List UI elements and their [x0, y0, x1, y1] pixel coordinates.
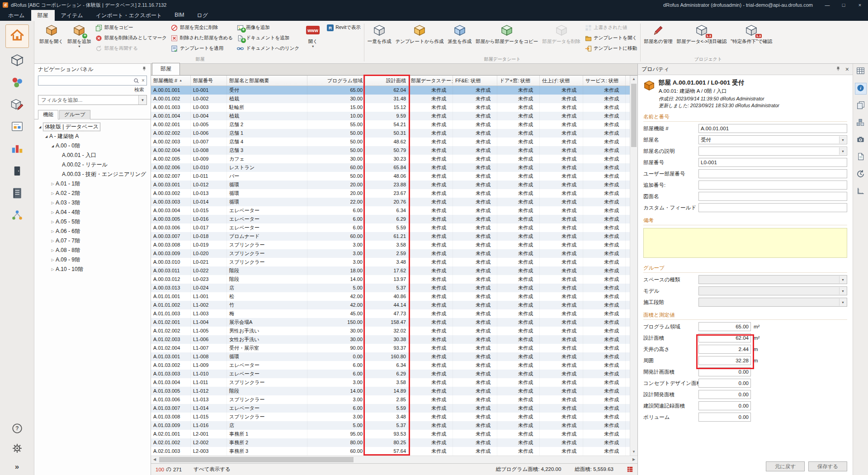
volume-field[interactable]: 0.00 — [698, 413, 751, 422]
table-row[interactable]: A.01.02.004L1-007受付・展示室90.0093.37未作成未作成未… — [151, 344, 630, 352]
table-row[interactable]: A.00.01.004L0-004植栽10.009.59未作成未作成未作成未作成… — [151, 112, 630, 120]
vertical-scrollbar[interactable]: ▲ ▼ — [630, 76, 637, 456]
tree-item[interactable]: ▷A.10 - 10階 — [34, 265, 151, 274]
tree-item[interactable]: ◢A - 建築物 A — [34, 132, 151, 141]
custom-field-field[interactable] — [698, 203, 847, 212]
ribbon-show-in-revit-button[interactable]: RRevitで表示 — [325, 23, 363, 33]
sidebar-item-collapse[interactable]: » — [15, 462, 19, 471]
table-row[interactable]: A.00.02.007L0-011バー50.0048.06未作成未作成未作成未作… — [151, 172, 630, 180]
tree-expander-icon[interactable]: ▷ — [50, 201, 56, 205]
table-row[interactable]: A.02.01.002L2-002事務所 280.0080.25未作成未作成未作… — [151, 438, 630, 447]
ribbon-room-data-item-check-button[interactable]: 1.3部屋データ<->項目確認 — [675, 22, 729, 56]
tab-rooms[interactable]: 部屋 — [152, 63, 180, 75]
tree-item[interactable]: ◢A.00 - 0階 — [34, 141, 151, 151]
ceiling-height-field[interactable]: 2.44 — [698, 345, 751, 354]
vertical-scroll-thumb[interactable] — [631, 84, 637, 147]
user-room-number-field[interactable] — [698, 169, 847, 178]
close-panel-icon[interactable]: × — [845, 66, 849, 72]
tree-expander-icon[interactable]: ▷ — [50, 191, 56, 195]
model-field[interactable]: ▼ — [698, 286, 847, 295]
drawing-name-field[interactable] — [698, 192, 847, 201]
sidebar-item-relations[interactable] — [7, 207, 27, 225]
table-row[interactable]: A.00.03.003L0-014循環22.0020.76未作成未作成未作成未作… — [151, 198, 630, 206]
ribbon-link-to-document-button[interactable]: ドキュメントへのリンク — [235, 43, 301, 53]
additional-number-field[interactable] — [698, 180, 847, 190]
table-row[interactable]: A.00.01.002L0-002植栽30.0031.48未作成未作成未作成未作… — [151, 95, 630, 103]
room-name-description-field[interactable]: ▼ — [698, 147, 847, 156]
menu-tab-items[interactable]: アイテム — [55, 10, 90, 21]
table-row[interactable]: A.01.01.001L1-001松42.0040.86未作成未作成未作成未作成… — [151, 292, 630, 301]
tree-item[interactable]: ▷A.08 - 8階 — [34, 246, 151, 255]
nav-tab-functions[interactable]: 機能 — [38, 110, 58, 119]
table-row[interactable]: A.02.01.001L2-001事務所 195.0093.53未作成未作成未作… — [151, 430, 630, 438]
sidebar-item-items[interactable] — [7, 74, 27, 92]
table-row[interactable]: A.01.03.005L1-012階段14.0014.89未作成未作成未作成未作… — [151, 387, 630, 395]
ribbon-open-template-button[interactable]: テンプレートを開く — [583, 33, 639, 43]
tree-expander-icon[interactable]: ▷ — [50, 248, 56, 252]
table-row[interactable]: A.00.03.002L0-013循環20.0023.67未作成未作成未作成未作… — [151, 189, 630, 198]
tree-item[interactable]: ◢体験版 | データベース — [34, 122, 151, 132]
horizontal-scroll-thumb[interactable] — [159, 457, 354, 462]
tree-item[interactable]: ▷A.04 - 4階 — [34, 208, 151, 217]
scroll-left-icon[interactable]: ◀ — [151, 456, 158, 463]
column-header-room-data-status[interactable]: 部屋データステータス — [409, 76, 453, 86]
horizontal-scrollbar[interactable]: ◀ ▶ — [151, 456, 637, 463]
table-row[interactable]: A.01.02.002L1-005男性お手洗い30.0032.02未作成未作成未… — [151, 327, 630, 335]
ribbon-create-derived-button[interactable]: 派生を作成 — [446, 22, 473, 56]
column-header-room-number[interactable]: 部屋番号 — [191, 76, 227, 86]
sidebar-item-reports[interactable] — [7, 185, 27, 203]
tree-expander-icon[interactable]: ▷ — [50, 220, 56, 224]
tree-expander-icon[interactable]: ◢ — [43, 135, 49, 138]
tree-item[interactable]: ▷A.07 - 7階 — [34, 236, 151, 246]
table-row[interactable]: A.01.01.003L1-003梅45.0047.73未作成未作成未作成未作成… — [151, 309, 630, 318]
ribbon-move-to-template-button[interactable]: テンプレートに移動 — [583, 43, 639, 53]
column-header-room-name[interactable]: 部屋名と部屋概要 — [227, 76, 307, 86]
nav-tab-groups[interactable]: グループ — [59, 110, 90, 119]
column-header-doors-windows-status[interactable]: ドア+窓: 状態 — [497, 76, 540, 86]
table-row[interactable]: A.00.01.001L0-001受付65.0062.04未作成未作成未作成未作… — [151, 86, 630, 95]
ribbon-specific-conditions-check-button[interactable]: 1.3"特定条件下"で確認 — [729, 22, 774, 56]
notes-field[interactable] — [643, 228, 847, 258]
tree-item[interactable]: A.00.02 - リテール — [34, 160, 151, 170]
table-row[interactable]: A.00.03.004L0-015エレベーター6.006.34未作成未作成未作成… — [151, 206, 630, 215]
development-plan-area-field[interactable]: 0.00 — [698, 367, 751, 376]
sidebar-item-home[interactable] — [5, 24, 29, 48]
ribbon-open-web-button[interactable]: www開く▼ — [302, 22, 324, 56]
tree-expander-icon[interactable]: ▷ — [50, 267, 56, 271]
ribbon-mark-room-deleted-button[interactable]: 部屋を削除済みとしてマーク — [94, 33, 169, 43]
tree-item[interactable]: ▷A.09 - 9階 — [34, 255, 151, 265]
table-row[interactable]: A.00.02.003L0-007店舗 450.0048.62未作成未作成未作成… — [151, 138, 630, 146]
column-header-services-status[interactable]: サービス: 状態 — [583, 76, 626, 86]
sidebar-item-rooms[interactable] — [7, 52, 27, 70]
column-header-room-function-number[interactable]: 部屋機能 #▲ — [151, 76, 191, 86]
column-header-ffe-status[interactable]: FF&E: 状態 — [453, 76, 497, 86]
table-row[interactable]: A.02.01.003L2-003事務所 360.0057.64未作成未作成未作… — [151, 447, 630, 456]
table-row[interactable]: A.00.03.011L0-022階段18.0017.62未作成未作成未作成未作… — [151, 266, 630, 275]
table-row[interactable]: A.00.02.001L0-005店舗 255.0054.21未作成未作成未作成… — [151, 120, 630, 129]
minimize-button[interactable]: — — [819, 0, 835, 10]
construction-stage-field[interactable]: ▼ — [698, 298, 847, 307]
menu-tab-rooms[interactable]: 部屋 — [31, 10, 55, 21]
table-row[interactable]: A.00.03.013L0-024店5.005.37未作成未作成未作成未作成未作… — [151, 284, 630, 292]
table-row[interactable]: A.01.01.002L1-002竹42.0044.14未作成未作成未作成未作成… — [151, 301, 630, 309]
tree-item[interactable]: ▷A.06 - 6階 — [34, 227, 151, 236]
panel-item-history[interactable] — [855, 169, 867, 180]
ribbon-copy-room-button[interactable]: 部屋をコピー — [94, 23, 169, 33]
tree-expander-icon[interactable]: ◢ — [37, 125, 43, 129]
programmed-area-field[interactable]: 65.00 — [698, 322, 751, 331]
ribbon-manage-room-names-button[interactable]: 部屋名の管理 — [642, 22, 674, 56]
perimeter-field[interactable]: 32.28 — [698, 356, 751, 365]
scroll-right-icon[interactable]: ▶ — [630, 456, 637, 463]
ribbon-create-unique-button[interactable]: 一意を作成 — [366, 22, 393, 56]
table-row[interactable]: A.00.03.009L0-020スプリンクラー3.002.59未作成未作成未作… — [151, 249, 630, 258]
table-row[interactable]: A.01.03.003L1-010エレベーター6.006.29未作成未作成未作成… — [151, 370, 630, 378]
space-type-field[interactable]: ▼ — [698, 275, 847, 284]
search-icon[interactable] — [133, 78, 139, 84]
room-name-field[interactable]: 受付▼ — [698, 135, 847, 144]
scroll-up-icon[interactable]: ▲ — [630, 76, 637, 83]
ribbon-copy-room-data-from-room-button[interactable]: 部屋から部屋データをコピー — [474, 22, 540, 56]
clear-search-icon[interactable]: × — [142, 77, 145, 84]
ribbon-create-from-template-button[interactable]: テンプレートから作成 — [394, 22, 446, 56]
sidebar-item-buildings[interactable] — [7, 141, 27, 159]
tree-expander-icon[interactable]: ▷ — [50, 210, 56, 214]
